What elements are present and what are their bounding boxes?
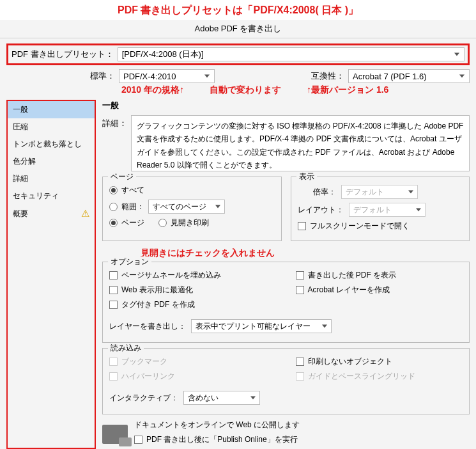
- check-web[interactable]: [109, 286, 118, 294]
- check-thumb[interactable]: [109, 271, 118, 280]
- warning-icon: ⚠: [81, 208, 89, 219]
- web-label: Web 表示用に最適化: [121, 285, 193, 295]
- standard-select[interactable]: PDF/X-4:2010: [119, 69, 215, 83]
- range-select[interactable]: すべてのページ: [148, 200, 225, 214]
- preset-select[interactable]: [PDF/X-4:2008 (日本)]: [118, 47, 464, 61]
- interactive-value: 含めない: [188, 393, 219, 404]
- radio-spread[interactable]: [158, 219, 167, 227]
- publish-check-label: PDF 書き出し後に「Publish Online」を実行: [146, 434, 298, 445]
- radio-range-label: 範囲：: [121, 201, 144, 212]
- compat-select[interactable]: Acrobat 7 (PDF 1.6): [348, 69, 470, 83]
- zoom-label: 倍率：: [298, 187, 336, 198]
- compat-label: 互換性：: [311, 70, 344, 82]
- publish-text: ドキュメントをオンラインで Web に公開します: [134, 420, 300, 430]
- publish-icon: [102, 425, 128, 444]
- check-fullscreen[interactable]: [298, 222, 306, 230]
- hyperlink-label: ハイパーリンク: [121, 371, 175, 382]
- layout-select: デフォルト: [349, 203, 426, 217]
- preset-label: PDF 書き出しプリセット：: [12, 49, 114, 60]
- sidebar-item-color[interactable]: 色分解: [8, 153, 95, 170]
- pages-group: ページ すべて 範囲： すべてのページ ページ 見開き印刷: [102, 177, 282, 241]
- radio-all-label: すべて: [121, 185, 144, 196]
- sidebar-item-marks[interactable]: トンボと裁ち落とし: [8, 136, 95, 153]
- sidebar: 一般 圧縮 トンボと裁ち落とし 色分解 詳細 セキュリティ 概要⚠: [6, 100, 96, 449]
- detail-text[interactable]: グラフィックコンテンツの変換に対する ISO 標準規格の PDF/X-4:200…: [131, 115, 470, 171]
- annotation-standard: 2010 年の規格↑: [121, 84, 184, 96]
- check-noprint[interactable]: [296, 358, 304, 366]
- sidebar-item-compress[interactable]: 圧縮: [8, 118, 95, 136]
- radio-spread-label: 見開き印刷: [171, 217, 209, 228]
- layers-select[interactable]: 表示中でプリント可能なレイヤー: [191, 319, 332, 333]
- layers-value: 表示中でプリント可能なレイヤー: [196, 321, 311, 332]
- publish-row: ドキュメントをオンラインで Web に公開します PDF 書き出し後に「Publ…: [102, 420, 470, 449]
- annotation-top: PDF 書き出しプリセットは「PDF/X4:2008( 日本 )」: [0, 0, 476, 20]
- annotation-auto: 自動で変わります: [210, 84, 281, 96]
- detail-label: 詳細：: [102, 115, 127, 171]
- preset-value: [PDF/X-4:2008 (日本)]: [122, 49, 204, 60]
- guides-label: ガイドとベースライングリッド: [308, 371, 415, 382]
- import-title: 読み込み: [108, 343, 144, 354]
- compat-value: Acrobat 7 (PDF 1.6): [353, 72, 427, 81]
- zoom-select: デフォルト: [341, 185, 418, 199]
- sidebar-item-security[interactable]: セキュリティ: [8, 187, 95, 205]
- annotation-compat: ↑最新バージョン 1.6: [307, 84, 388, 96]
- options-title: オプション: [108, 256, 151, 267]
- showafter-label: 書き出した後 PDF を表示: [308, 270, 397, 281]
- display-group: 表示 倍率：デフォルト レイアウト：デフォルト フルスクリーンモードで開く: [291, 177, 470, 241]
- annotation-spread: 見開きにはチェックを入れません: [141, 248, 470, 259]
- preset-row: PDF 書き出しプリセット： [PDF/X-4:2008 (日本)]: [6, 43, 470, 65]
- acrobat-layer-label: Acrobat レイヤーを作成: [308, 285, 390, 295]
- fullscreen-label: フルスクリーンモードで開く: [310, 221, 410, 232]
- standard-label: 標準：: [6, 70, 115, 82]
- zoom-value: デフォルト: [346, 187, 384, 198]
- interactive-label: インタラクティブ：: [109, 393, 178, 404]
- bookmark-label: ブックマーク: [121, 356, 167, 367]
- check-publish[interactable]: [134, 436, 142, 444]
- radio-range[interactable]: [109, 203, 118, 211]
- check-showafter[interactable]: [296, 271, 304, 280]
- check-guides: [296, 372, 304, 381]
- panel-title: 一般: [102, 100, 470, 111]
- sidebar-item-general[interactable]: 一般: [8, 101, 95, 118]
- sidebar-item-detail[interactable]: 詳細: [8, 170, 95, 187]
- options-group: オプション ページサムネールを埋め込み Web 表示用に最適化 タグ付き PDF…: [102, 262, 470, 343]
- noprint-label: 印刷しないオブジェクト: [308, 356, 392, 367]
- display-title: 表示: [296, 171, 317, 182]
- window-title: Adobe PDF を書き出し: [0, 20, 476, 38]
- thumb-label: ページサムネールを埋め込み: [121, 270, 221, 281]
- tagged-label: タグ付き PDF を作成: [121, 299, 195, 310]
- check-hyperlink: [109, 372, 118, 381]
- import-group: 読み込み ブックマーク ハイパーリンク 印刷しないオブジェクト ガイドとベースラ…: [102, 348, 470, 414]
- range-value: すべてのページ: [153, 201, 206, 212]
- radio-page[interactable]: [109, 219, 118, 227]
- sidebar-item-label: 概要: [13, 209, 28, 219]
- pages-title: ページ: [108, 171, 136, 182]
- standard-value: PDF/X-4:2010: [123, 72, 176, 81]
- check-tagged[interactable]: [109, 301, 118, 309]
- layers-label: レイヤーを書き出し：: [109, 321, 186, 332]
- layout-value: デフォルト: [353, 205, 392, 216]
- layout-label: レイアウト：: [298, 205, 344, 216]
- radio-all[interactable]: [109, 186, 118, 194]
- radio-page-label: ページ: [121, 217, 144, 228]
- interactive-select[interactable]: 含めない: [183, 391, 260, 405]
- check-acrobat-layer[interactable]: [296, 286, 304, 294]
- check-bookmark: [109, 358, 118, 366]
- sidebar-item-summary[interactable]: 概要⚠: [8, 205, 95, 223]
